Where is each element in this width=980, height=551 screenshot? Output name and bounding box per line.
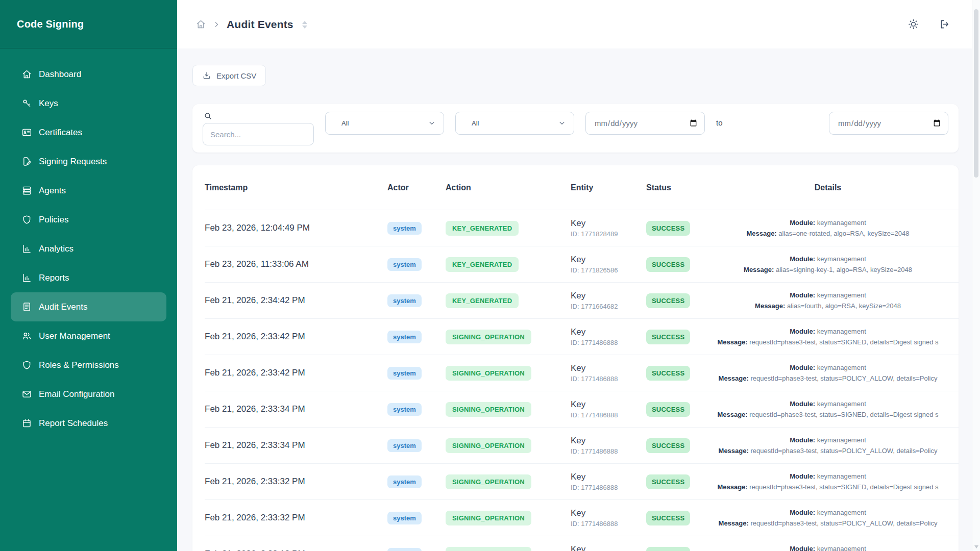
message-value: alias=fourth, algo=RSA, keySize=2048 (787, 302, 901, 310)
column-header-entity: Entity (571, 183, 646, 192)
row-timestamp: Feb 23, 2026, 11:33:06 AM (205, 259, 387, 269)
table-row: Feb 21, 2026, 2:33:32 PM system SIGNING_… (205, 464, 959, 500)
date-range-to-label: to (716, 118, 723, 127)
entity-type: Key (571, 544, 646, 551)
sidebar-item-certificates[interactable]: Certificates (11, 118, 166, 147)
theme-toggle-button[interactable] (908, 18, 919, 30)
logout-icon (939, 18, 950, 30)
message-label: Message: (746, 230, 776, 237)
message-value: requestId=phase3-test, status=POLICY_ALL… (750, 519, 937, 527)
entity-type: Key (571, 327, 646, 337)
action-badge: SIGNING_OPERATION (446, 330, 531, 344)
row-details: Module: keymanagement Message: requestId… (697, 362, 959, 384)
module-label: Module: (790, 436, 815, 444)
sidebar-item-label: Report Schedules (39, 418, 108, 429)
sidebar-item-label: Policies (39, 215, 69, 225)
scrollbar-down-arrow-icon[interactable] (974, 545, 978, 548)
calendar-icon (21, 418, 32, 429)
table-row: Feb 21, 2026, 2:33:42 PM system SIGNING_… (205, 319, 959, 355)
entity-type: Key (571, 399, 646, 410)
export-csv-label: Export CSV (216, 71, 256, 80)
module-label: Module: (790, 545, 815, 551)
sidebar-item-analytics[interactable]: Analytics (11, 234, 166, 263)
entity-type: Key (571, 291, 646, 301)
status-badge: SUCCESS (646, 330, 690, 344)
sidebar-item-report-schedules[interactable]: Report Schedules (11, 409, 166, 438)
module-value: keymanagement (817, 545, 866, 551)
filter-bar: All All to (192, 104, 959, 153)
sidebar-item-roles-permissions[interactable]: Roles & Permissions (11, 350, 166, 380)
row-details: Module: keymanagement Message: alias=one… (697, 217, 959, 239)
row-timestamp: Feb 21, 2026, 2:33:32 PM (205, 513, 387, 523)
action-filter-select[interactable]: All (325, 112, 444, 135)
message-label: Message: (719, 447, 749, 455)
status-badge: SUCCESS (646, 511, 690, 525)
sidebar-item-label: Certificates (39, 128, 82, 138)
app-title: Code Signing (0, 0, 177, 48)
module-value: keymanagement (817, 472, 866, 480)
row-timestamp: Feb 23, 2026, 12:04:49 PM (205, 223, 387, 233)
search-input[interactable] (203, 123, 314, 145)
module-label: Module: (790, 291, 815, 299)
sidebar-item-signing-requests[interactable]: Signing Requests (11, 147, 166, 176)
row-timestamp: Feb 21, 2026, 2:33:42 PM (205, 368, 387, 378)
row-entity: Key ID: 1771486888 (571, 508, 646, 528)
users-icon (21, 331, 32, 341)
column-header-details: Details (697, 183, 959, 192)
entity-id: ID: 1771486888 (571, 375, 646, 383)
export-csv-button[interactable]: Export CSV (192, 65, 266, 86)
home-icon[interactable] (195, 19, 206, 30)
row-details: Module: keymanagement Message: requestId… (697, 435, 959, 456)
message-value: requestId=phase3-test, status=POLICY_ALL… (750, 447, 937, 455)
entity-id: ID: 1771664682 (571, 303, 646, 310)
status-badge: SUCCESS (646, 547, 690, 551)
key-icon (21, 98, 32, 109)
row-details: Module: keymanagement Message: requestId… (697, 398, 959, 420)
actor-badge: system (387, 512, 422, 524)
sidebar-item-label: Agents (39, 186, 66, 196)
file-signature-icon (21, 156, 32, 167)
sidebar-item-keys[interactable]: Keys (11, 89, 166, 118)
sidebar-item-label: Audit Events (39, 302, 87, 312)
logout-button[interactable] (939, 18, 950, 30)
message-value: requestId=phase3-test, status=POLICY_ALL… (750, 374, 937, 382)
entity-id: ID: 1771826586 (571, 266, 646, 274)
audit-events-table: Timestamp Actor Action Entity Status Det… (192, 165, 959, 551)
sidebar-item-email-configuration[interactable]: Email Configuration (11, 380, 166, 409)
scrollbar-thumb[interactable] (974, 9, 978, 178)
sidebar-item-label: Analytics (39, 244, 74, 254)
table-row: Feb 21, 2026, 2:33:34 PM system SIGNING_… (205, 428, 959, 464)
row-timestamp: Feb 21, 2026, 2:33:34 PM (205, 404, 387, 414)
sidebar-item-reports[interactable]: Reports (11, 263, 166, 292)
sun-icon (908, 18, 919, 30)
actor-badge: system (387, 222, 422, 235)
module-label: Module: (790, 219, 815, 227)
actor-badge: system (387, 258, 422, 271)
sidebar-item-label: Dashboard (39, 69, 81, 80)
message-value: requestId=phase3-test, status=SIGNED, de… (749, 338, 938, 346)
main-area: Audit Events Export CSV (177, 0, 972, 551)
sidebar-item-label: Reports (39, 273, 69, 283)
file-text-icon (21, 302, 32, 312)
message-label: Message: (719, 374, 749, 382)
column-header-actor: Actor (387, 183, 446, 192)
date-to-input[interactable] (829, 112, 948, 135)
actor-badge: system (387, 367, 422, 380)
date-from-input[interactable] (585, 112, 705, 135)
row-timestamp: Feb 21, 2026, 2:33:12 PM (205, 549, 387, 551)
module-label: Module: (790, 400, 815, 408)
message-value: requestId=phase3-test, status=SIGNED, de… (749, 483, 938, 491)
table-header: Timestamp Actor Action Entity Status Det… (205, 165, 959, 210)
row-timestamp: Feb 21, 2026, 2:33:32 PM (205, 477, 387, 487)
column-header-status: Status (646, 183, 697, 192)
status-filter-select[interactable]: All (455, 112, 574, 135)
sidebar-item-dashboard[interactable]: Dashboard (11, 60, 166, 89)
sidebar-item-user-management[interactable]: User Management (11, 321, 166, 350)
sidebar-item-policies[interactable]: Policies (11, 205, 166, 234)
row-entity: Key ID: 1771826586 (571, 255, 646, 274)
row-entity: Key ID: 1771664682 (571, 291, 646, 310)
row-details: Module: keymanagement Message: alias=sig… (697, 254, 959, 275)
sidebar-item-audit-events[interactable]: Audit Events (11, 292, 166, 321)
topbar-actions (908, 18, 950, 30)
sidebar-item-agents[interactable]: Agents (11, 176, 166, 205)
